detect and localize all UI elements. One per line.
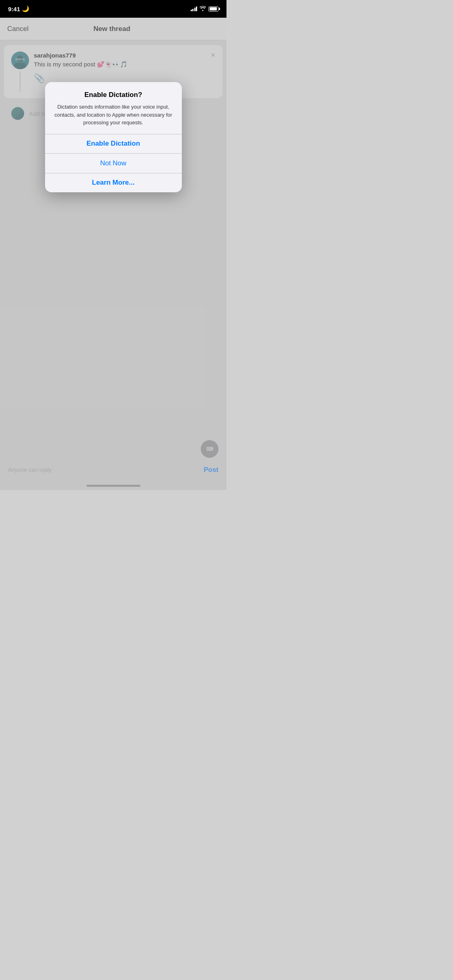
alert-title: Enable Dictation? (53, 91, 174, 99)
wifi-icon (200, 6, 206, 12)
alert-message: Dictation sends information like your vo… (53, 103, 174, 127)
not-now-button[interactable]: Not Now (45, 154, 182, 173)
alert-dialog: Enable Dictation? Dictation sends inform… (45, 82, 182, 192)
app-background: Cancel New thread INSTA (0, 18, 226, 490)
modal-overlay: Enable Dictation? Dictation sends inform… (0, 18, 226, 490)
status-bar: 9:41 🌙 (0, 0, 226, 18)
alert-content: Enable Dictation? Dictation sends inform… (45, 82, 182, 134)
learn-more-button[interactable]: Learn More... (45, 173, 182, 192)
status-time: 9:41 🌙 (8, 5, 29, 12)
enable-dictation-button[interactable]: Enable Dictation (45, 134, 182, 153)
battery-icon (208, 6, 218, 12)
moon-icon: 🌙 (22, 5, 29, 12)
time-display: 9:41 (8, 6, 20, 12)
status-icons (191, 6, 219, 12)
signal-icon (191, 6, 198, 11)
